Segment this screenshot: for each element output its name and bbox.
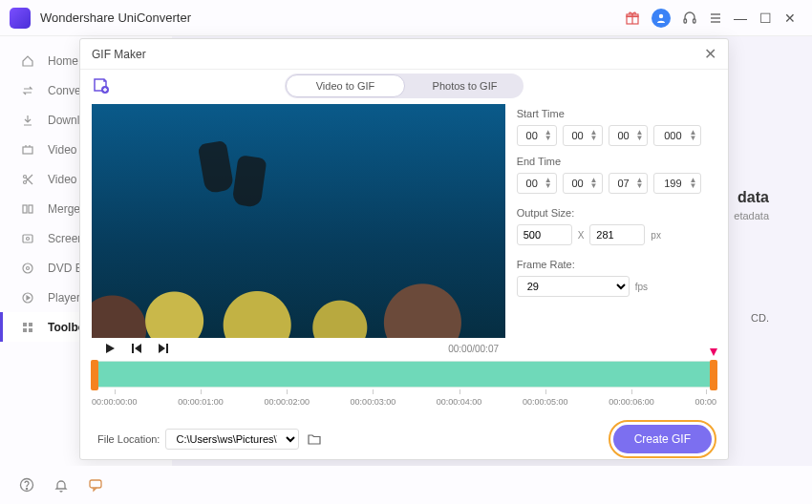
spinner-arrows-icon[interactable]: ▲▼ (590, 130, 598, 141)
play-icon (19, 289, 36, 306)
modal-close-button[interactable]: ✕ (704, 45, 716, 63)
svg-rect-25 (166, 344, 168, 353)
disc-icon (19, 260, 36, 277)
add-file-icon[interactable] (92, 76, 111, 95)
feedback-icon[interactable] (88, 477, 103, 493)
record-icon (19, 230, 36, 247)
spinner-arrows-icon[interactable]: ▲▼ (590, 178, 598, 189)
home-icon (19, 52, 36, 70)
svg-rect-22 (29, 328, 32, 332)
next-frame-button[interactable] (157, 342, 170, 355)
grid-icon (19, 319, 36, 336)
file-location-label: File Location: (97, 433, 160, 445)
download-icon (19, 112, 36, 129)
svg-rect-28 (90, 480, 101, 488)
create-button-highlight: Create GIF (609, 420, 716, 458)
end-hh-input[interactable]: ▲▼ (517, 173, 557, 194)
app-logo-icon (10, 8, 31, 29)
timeline-start-handle[interactable] (91, 360, 98, 390)
svg-rect-19 (23, 323, 27, 326)
minimize-button[interactable]: — (728, 10, 753, 26)
end-time-label: End Time (517, 156, 716, 167)
frame-rate-label: Frame Rate: (517, 259, 716, 270)
main-area: data etadata CD. GIF Maker ✕ Video to GI… (172, 36, 812, 466)
file-location-select[interactable]: C:\Users\ws\Pictures\Wonders (165, 429, 299, 450)
tab-video-to-gif[interactable]: Video to GIF (286, 74, 405, 97)
end-mm-input[interactable]: ▲▼ (563, 173, 603, 194)
merge-icon (19, 200, 36, 218)
end-ms-input[interactable]: ▲▼ (653, 173, 701, 194)
sidebar-item-label: Player (48, 291, 80, 304)
svg-rect-20 (29, 323, 32, 326)
bell-icon[interactable] (53, 477, 69, 493)
titlebar: Wondershare UniConverter — ☐ ✕ (0, 0, 812, 36)
svg-point-17 (27, 266, 30, 269)
app-title: Wondershare UniConverter (40, 10, 191, 25)
modal-title: GIF Maker (92, 48, 146, 61)
svg-rect-13 (29, 205, 32, 213)
timeline-end-handle[interactable] (710, 360, 717, 390)
spinner-arrows-icon[interactable]: ▲▼ (689, 178, 696, 189)
scissors-icon (19, 171, 36, 188)
svg-point-3 (659, 13, 663, 17)
frame-rate-select[interactable]: 29 (517, 276, 630, 297)
svg-rect-5 (694, 19, 696, 23)
spinner-arrows-icon[interactable]: ▲▼ (545, 178, 552, 189)
maximize-button[interactable]: ☐ (753, 10, 778, 26)
start-ms-input[interactable]: ▲▼ (653, 125, 701, 146)
svg-rect-4 (684, 19, 687, 23)
timeline-track[interactable] (92, 361, 716, 388)
converter-icon (19, 82, 36, 99)
time-display: 00:00/00:07 (448, 344, 499, 354)
svg-rect-9 (23, 147, 32, 154)
start-mm-input[interactable]: ▲▼ (563, 125, 603, 146)
start-time-label: Start Time (517, 108, 716, 119)
size-unit: px (651, 230, 661, 241)
fps-unit: fps (635, 282, 648, 292)
video-preview[interactable] (92, 104, 505, 338)
svg-point-27 (26, 488, 27, 489)
compress-icon (19, 141, 36, 158)
headset-icon[interactable] (682, 10, 697, 26)
controls-panel: Start Time ▲▼ ▲▼ ▲▼ ▲▼ End Time ▲▼ ▲▼ ▲▼… (517, 104, 716, 338)
svg-rect-12 (23, 205, 27, 213)
start-ss-input[interactable]: ▲▼ (609, 125, 649, 146)
tab-photos-to-gif[interactable]: Photos to GIF (406, 74, 524, 98)
svg-rect-24 (132, 344, 134, 353)
start-hh-input[interactable]: ▲▼ (517, 125, 557, 146)
open-folder-icon[interactable] (307, 432, 322, 446)
spinner-arrows-icon[interactable]: ▲▼ (545, 130, 552, 141)
svg-point-16 (23, 263, 32, 273)
gif-maker-modal: GIF Maker ✕ Video to GIF Photos to GIF S… (79, 38, 729, 460)
svg-point-15 (27, 237, 30, 240)
timeline-ruler: 00:00:00:00 00:00:01:00 00:00:02:00 00:0… (92, 397, 716, 407)
account-icon[interactable] (652, 9, 671, 28)
gift-icon[interactable] (625, 10, 640, 26)
play-button[interactable] (103, 342, 117, 355)
help-icon[interactable] (19, 477, 34, 493)
sidebar-item-label: Home (48, 54, 78, 68)
output-size-label: Output Size: (517, 207, 716, 219)
hamburger-icon[interactable] (709, 11, 722, 25)
bottom-bar (0, 466, 812, 504)
spinner-arrows-icon[interactable]: ▲▼ (636, 178, 644, 189)
spinner-arrows-icon[interactable]: ▲▼ (689, 130, 696, 141)
output-width-input[interactable] (517, 224, 572, 245)
end-ss-input[interactable]: ▲▼ (609, 173, 649, 194)
create-gif-button[interactable]: Create GIF (613, 425, 712, 453)
svg-rect-21 (23, 328, 27, 332)
spinner-arrows-icon[interactable]: ▲▼ (636, 130, 644, 141)
mode-tabs: Video to GIF Photos to GIF (285, 74, 524, 98)
size-sep: X (578, 230, 585, 241)
prev-frame-button[interactable] (130, 342, 143, 355)
output-height-input[interactable] (589, 224, 645, 245)
svg-rect-14 (23, 235, 32, 242)
close-button[interactable]: ✕ (778, 10, 802, 26)
